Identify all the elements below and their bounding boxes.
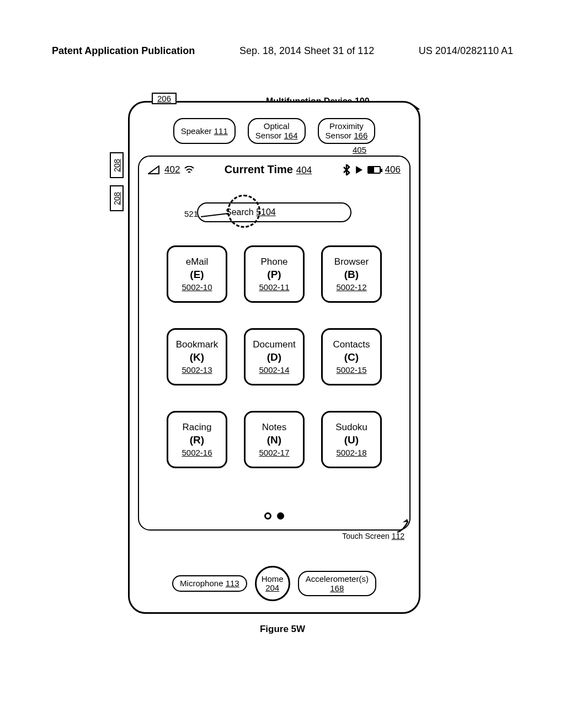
home-button[interactable]: Home 204: [255, 566, 290, 601]
page-indicator[interactable]: [139, 512, 409, 520]
wifi-icon: [184, 166, 194, 174]
ref-405: 405: [353, 145, 366, 154]
play-icon: [355, 165, 363, 174]
page-dot-2[interactable]: [277, 512, 284, 520]
battery-ref: 406: [385, 164, 401, 175]
header-right: US 2014/0282110 A1: [419, 45, 513, 57]
page-dot-1[interactable]: [264, 512, 271, 520]
app-phone[interactable]: Phone (P) 5002-11: [244, 245, 305, 303]
app-email[interactable]: eMail (E) 5002-10: [167, 245, 227, 303]
figure-caption: Figure 5W: [128, 624, 437, 635]
touch-pointer-label: 521: [184, 209, 198, 218]
signal-ref: 402: [164, 164, 180, 175]
proximity-sensor-pill: Proximity Sensor 166: [318, 118, 376, 144]
search-input[interactable]: Search 5104: [197, 202, 351, 222]
header-center: Sep. 18, 2014 Sheet 31 of 112: [239, 45, 374, 57]
app-browser[interactable]: Browser (B) 5002-12: [321, 245, 382, 303]
app-notes[interactable]: Notes (N) 5002-17: [244, 411, 305, 468]
microphone-pill: Microphone 113: [172, 575, 247, 591]
app-sudoku[interactable]: Sudoku (U) 5002-18: [321, 411, 382, 468]
battery-icon: [367, 166, 381, 174]
signal-icon: [148, 165, 160, 174]
speaker-pill: Speaker 111: [173, 118, 236, 144]
app-contacts[interactable]: Contacts (C) 5002-15: [321, 328, 382, 386]
touch-screen[interactable]: 402 Current Time 404 406 521: [138, 156, 411, 531]
touch-screen-arrow-icon: [396, 518, 411, 534]
bottom-sensor-row: Microphone 113 Home 204 Accelerometer(s)…: [130, 566, 419, 601]
app-grid: eMail (E) 5002-10 Phone (P) 5002-11 Brow…: [139, 245, 409, 468]
touch-indicator-icon: [227, 195, 260, 228]
ref-208-lower: 208: [110, 185, 124, 211]
figure: Multifunction Device 100 206 208 208 Spe…: [128, 101, 437, 635]
device-frame: 206 208 208 Speaker 111 Optical Sensor 1…: [128, 101, 420, 614]
accelerometer-pill: Accelerometer(s) 168: [298, 571, 376, 597]
time-label: Current Time 404: [225, 163, 312, 176]
status-bar: 402 Current Time 404 406: [139, 157, 409, 176]
app-racing[interactable]: Racing (R) 5002-16: [167, 411, 227, 468]
top-sensor-row: Speaker 111 Optical Sensor 164 Proximity…: [130, 118, 419, 144]
page-header: Patent Application Publication Sep. 18, …: [0, 0, 565, 57]
ref-206: 206: [152, 93, 177, 104]
search-row: 521 Search 5104: [139, 202, 409, 222]
header-left: Patent Application Publication: [52, 45, 195, 57]
optical-sensor-pill: Optical Sensor 164: [248, 118, 306, 144]
app-document[interactable]: Document (D) 5002-14: [244, 328, 305, 386]
bluetooth-icon: [342, 164, 351, 175]
app-bookmark[interactable]: Bookmark (K) 5002-13: [167, 328, 227, 386]
ref-208-upper: 208: [110, 152, 124, 178]
